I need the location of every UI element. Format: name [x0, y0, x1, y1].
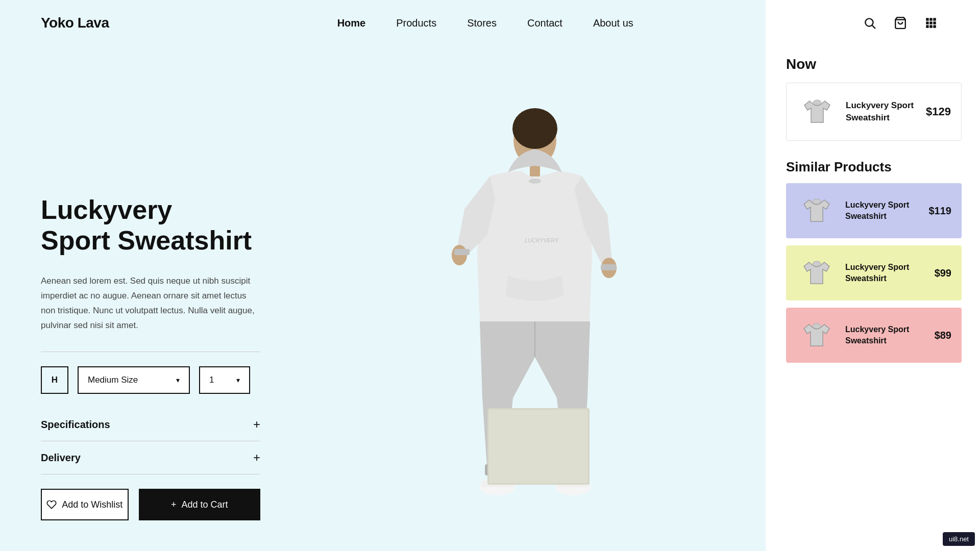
svg-line-1	[872, 26, 875, 29]
svg-rect-3	[926, 18, 928, 20]
right-panel: Now Luckyvery Sport Sweatshirt $129 Simi…	[766, 0, 980, 551]
main-layout: Luckyvery Sport Sweatshirt Aenean sed lo…	[0, 0, 980, 551]
similar-card-0[interactable]: Luckyvery Sport Sweatshirt $119	[786, 183, 962, 238]
featured-product-card[interactable]: Luckyvery Sport Sweatshirt $129	[786, 83, 962, 141]
svg-rect-9	[926, 25, 928, 28]
similar-product-title-1: Luckyvery Sport Sweatshirt	[845, 262, 926, 285]
grid-icon[interactable]	[923, 15, 939, 31]
svg-text:LUCKYVERY: LUCKYVERY	[525, 237, 559, 243]
svg-rect-31	[601, 264, 616, 270]
heart-icon	[46, 499, 57, 510]
cart-icon[interactable]	[892, 15, 909, 31]
size-label: H	[41, 366, 68, 394]
svg-point-0	[865, 18, 873, 26]
svg-rect-5	[933, 18, 936, 20]
nav-stores[interactable]: Stores	[467, 17, 497, 29]
product-description: Aenean sed lorem est. Sed quis neque ut …	[41, 274, 255, 333]
specifications-accordion[interactable]: Specifications +	[41, 408, 260, 441]
sweatshirt-thumbnail-icon	[799, 94, 835, 130]
similar-products-list: Luckyvery Sport Sweatshirt $119 Luckyver…	[786, 183, 962, 363]
svg-rect-10	[929, 25, 932, 28]
similar-product-image-1	[796, 253, 837, 293]
svg-rect-8	[933, 21, 936, 24]
hero-image: LUCKYVERY	[296, 0, 766, 551]
size-select[interactable]: Medium Size ▾	[78, 366, 190, 394]
similar-product-title-2: Luckyvery Sport Sweatshirt	[845, 324, 926, 347]
hero-figure-svg: LUCKYVERY	[408, 92, 653, 551]
featured-product-price: $129	[926, 105, 951, 118]
similar-product-title-0: Luckyvery Sport Sweatshirt	[845, 199, 921, 222]
similar-heading: Similar Products	[786, 159, 962, 175]
left-panel: Luckyvery Sport Sweatshirt Aenean sed lo…	[0, 0, 296, 551]
featured-product-image	[797, 91, 838, 132]
specifications-expand-icon: +	[253, 417, 260, 432]
divider	[41, 352, 260, 352]
svg-rect-35	[813, 323, 821, 329]
qty-chevron-icon: ▾	[236, 376, 240, 384]
delivery-accordion[interactable]: Delivery +	[41, 441, 260, 474]
svg-rect-30	[454, 249, 470, 255]
similar-sweatshirt-icon-2	[799, 317, 835, 353]
svg-rect-11	[933, 25, 936, 28]
svg-rect-33	[813, 199, 821, 204]
similar-product-price-1: $99	[935, 267, 951, 279]
featured-product-title: Luckyvery Sport Sweatshirt	[846, 99, 918, 124]
nav-contact[interactable]: Contact	[527, 17, 562, 29]
nav: Home Products Stores Contact About us	[337, 17, 633, 29]
header: Yoko Lava Home Products Stores Contact A…	[0, 0, 980, 46]
similar-card-1[interactable]: Luckyvery Sport Sweatshirt $99	[786, 245, 962, 300]
logo: Yoko Lava	[41, 15, 109, 31]
product-title: Luckyvery Sport Sweatshirt	[41, 195, 296, 256]
svg-rect-7	[929, 21, 932, 24]
svg-rect-28	[489, 410, 588, 483]
qty-select[interactable]: 1 ▾	[199, 366, 250, 394]
svg-point-15	[529, 179, 541, 184]
delivery-expand-icon: +	[253, 450, 260, 465]
similar-sweatshirt-icon-0	[799, 193, 835, 229]
watermark: ui8.net	[943, 532, 975, 546]
center-panel: LUCKYVERY	[296, 0, 766, 551]
similar-product-price-2: $89	[935, 330, 951, 341]
nav-home[interactable]: Home	[337, 17, 366, 29]
now-heading: Now	[786, 56, 962, 72]
nav-products[interactable]: Products	[396, 17, 436, 29]
nav-about[interactable]: About us	[593, 17, 633, 29]
similar-sweatshirt-icon-1	[799, 255, 835, 291]
add-to-cart-button[interactable]: + Add to Cart	[139, 489, 261, 520]
similar-product-image-0	[796, 190, 837, 231]
search-icon[interactable]	[862, 15, 878, 31]
header-icons	[862, 15, 939, 31]
svg-rect-6	[926, 21, 928, 24]
options-row: H Medium Size ▾ 1 ▾	[41, 366, 296, 394]
wishlist-button[interactable]: Add to Wishlist	[41, 489, 129, 520]
similar-card-2[interactable]: Luckyvery Sport Sweatshirt $89	[786, 308, 962, 363]
similar-product-image-2	[796, 315, 837, 356]
similar-product-price-0: $119	[929, 205, 952, 217]
svg-rect-4	[929, 18, 932, 20]
buttons-row: Add to Wishlist + Add to Cart	[41, 489, 260, 520]
svg-rect-32	[813, 100, 821, 105]
svg-rect-34	[813, 261, 821, 266]
size-chevron-icon: ▾	[176, 376, 180, 384]
